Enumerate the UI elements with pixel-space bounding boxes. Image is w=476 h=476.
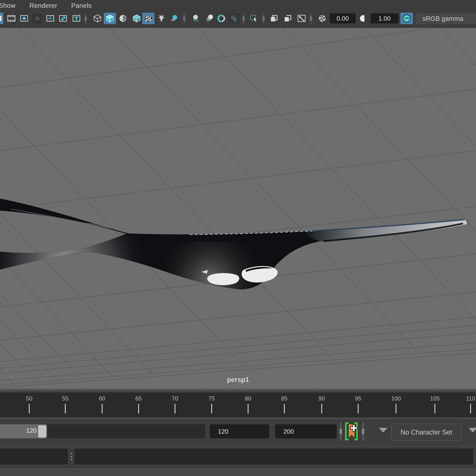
shaded-textured-button[interactable] bbox=[118, 13, 128, 24]
range-separator[interactable] bbox=[340, 422, 341, 441]
safe-action-icon bbox=[59, 14, 67, 22]
help-line bbox=[0, 469, 476, 476]
viewport-splitter[interactable] bbox=[0, 389, 476, 393]
timeline-tick: 100 bbox=[391, 395, 401, 413]
wireframe-button[interactable] bbox=[92, 13, 103, 24]
isolate-select-button[interactable] bbox=[269, 13, 279, 24]
creature-model[interactable] bbox=[0, 199, 468, 307]
range-slider-track[interactable]: 120 bbox=[0, 424, 205, 439]
field-chart-button[interactable] bbox=[45, 13, 55, 24]
wireframe-on-shaded-icon bbox=[132, 14, 141, 23]
menu-panels[interactable]: Panels bbox=[71, 2, 92, 9]
shaded-textured-icon bbox=[119, 14, 127, 23]
time-slider[interactable]: 50 55 60 65 70 75 80 85 90 95 100 105 11… bbox=[0, 393, 476, 417]
plane-mode-button[interactable] bbox=[283, 13, 293, 24]
grease-pencil-icon bbox=[297, 14, 306, 23]
command-input[interactable] bbox=[0, 449, 68, 464]
color-management-button[interactable]: ON bbox=[400, 13, 413, 24]
toolbar-separator[interactable] bbox=[184, 13, 185, 24]
perspective-grid bbox=[0, 28, 476, 388]
exposure-field[interactable]: 0.00 bbox=[330, 13, 356, 23]
partial-button[interactable] bbox=[0, 13, 3, 24]
xray-icon bbox=[230, 14, 238, 23]
partial-icon bbox=[0, 15, 2, 22]
panel-toolbar: 0.00 1.00 ON sRGB gamma bbox=[0, 11, 476, 28]
contrast-button[interactable] bbox=[358, 13, 369, 24]
command-grip-icon[interactable] bbox=[69, 449, 74, 464]
ssao-button[interactable] bbox=[191, 13, 201, 24]
wireframe-icon bbox=[93, 14, 102, 23]
toolbar-separator[interactable] bbox=[85, 13, 86, 24]
range-separator[interactable] bbox=[363, 422, 363, 441]
character-menu-arrow[interactable] bbox=[379, 428, 388, 433]
gate-mask-icon bbox=[33, 14, 41, 22]
ssao-icon bbox=[192, 14, 200, 23]
wireframe-on-shaded-button[interactable] bbox=[132, 13, 142, 24]
toolbar-separator[interactable] bbox=[243, 13, 244, 24]
plane-mode-icon bbox=[284, 14, 292, 23]
textured-button[interactable] bbox=[142, 13, 154, 24]
safe-title-icon bbox=[72, 14, 81, 22]
timeline-tick: 105 bbox=[430, 395, 440, 413]
character-set-dropdown[interactable]: No Character Set bbox=[391, 424, 461, 441]
gamma-field[interactable]: 1.00 bbox=[371, 13, 398, 23]
command-line-divider bbox=[0, 446, 476, 446]
timeline-tick: 90 bbox=[319, 395, 325, 413]
lights-button[interactable] bbox=[156, 13, 167, 24]
timeline-tick: 65 bbox=[135, 395, 142, 413]
menu-renderer[interactable]: Renderer bbox=[29, 2, 57, 9]
motion-blur-icon bbox=[205, 14, 214, 23]
shadows-icon bbox=[170, 14, 178, 23]
viewport-persp1[interactable]: persp1 bbox=[0, 28, 476, 389]
menu-show[interactable]: Show bbox=[0, 2, 16, 9]
film-gate-icon bbox=[7, 14, 16, 22]
xray-button[interactable] bbox=[227, 13, 240, 24]
mouth-lobe-left bbox=[207, 273, 239, 285]
timeline-tick: 85 bbox=[281, 395, 288, 413]
timeline-tick: 95 bbox=[355, 395, 361, 413]
timeline-tick: 50 bbox=[26, 395, 32, 413]
multisample-button[interactable] bbox=[216, 13, 227, 24]
shadows-button[interactable] bbox=[169, 13, 179, 24]
selection-highlight-button[interactable] bbox=[249, 13, 260, 24]
view-transform-dropdown[interactable]: sRGB gamma bbox=[415, 13, 476, 24]
animation-end-field[interactable]: 200 bbox=[275, 424, 337, 439]
contrast-icon bbox=[359, 14, 367, 23]
motion-blur-button[interactable] bbox=[204, 13, 215, 24]
film-gate-button[interactable] bbox=[6, 13, 17, 24]
viewport-canvas bbox=[0, 28, 476, 389]
toolbar-separator[interactable] bbox=[263, 13, 264, 24]
safe-action-button[interactable] bbox=[58, 13, 68, 24]
safe-title-button[interactable] bbox=[71, 13, 82, 24]
left-wing-underside-hint bbox=[11, 209, 112, 228]
timeline-tick: 80 bbox=[245, 395, 251, 413]
textured-icon bbox=[144, 14, 153, 23]
exposure-button[interactable] bbox=[317, 13, 328, 24]
auto-key-arrow[interactable] bbox=[469, 428, 476, 433]
shaded-button[interactable] bbox=[104, 13, 116, 24]
resolution-gate-button[interactable] bbox=[19, 13, 29, 24]
on-badge-label: ON bbox=[404, 17, 409, 20]
timeline-tick: 55 bbox=[62, 395, 68, 413]
lights-icon bbox=[157, 14, 166, 23]
toolbar-separator[interactable] bbox=[310, 13, 311, 24]
multisample-icon bbox=[217, 14, 226, 23]
timeline-tick: 60 bbox=[99, 395, 105, 413]
range-slider-active[interactable]: 120 bbox=[0, 424, 47, 439]
range-end-handle[interactable] bbox=[38, 425, 46, 438]
playback-end-field[interactable]: 120 bbox=[210, 424, 269, 439]
isolate-select-icon bbox=[270, 14, 278, 23]
field-chart-icon bbox=[46, 14, 54, 22]
camera-label: persp1 bbox=[0, 376, 476, 384]
exposure-icon bbox=[318, 14, 327, 23]
timeline-tick: 70 bbox=[172, 395, 178, 413]
command-line-row bbox=[0, 446, 476, 469]
shaded-icon bbox=[106, 14, 114, 23]
command-result bbox=[74, 449, 473, 464]
grease-pencil-button[interactable] bbox=[296, 13, 307, 24]
maya-window: Show Renderer Panels bbox=[0, 0, 476, 476]
gate-mask-button[interactable] bbox=[31, 13, 43, 24]
timeline-tick: 110 bbox=[466, 395, 475, 413]
timeline-tick: 75 bbox=[208, 395, 215, 413]
add-bookmark-button[interactable] bbox=[344, 422, 358, 441]
